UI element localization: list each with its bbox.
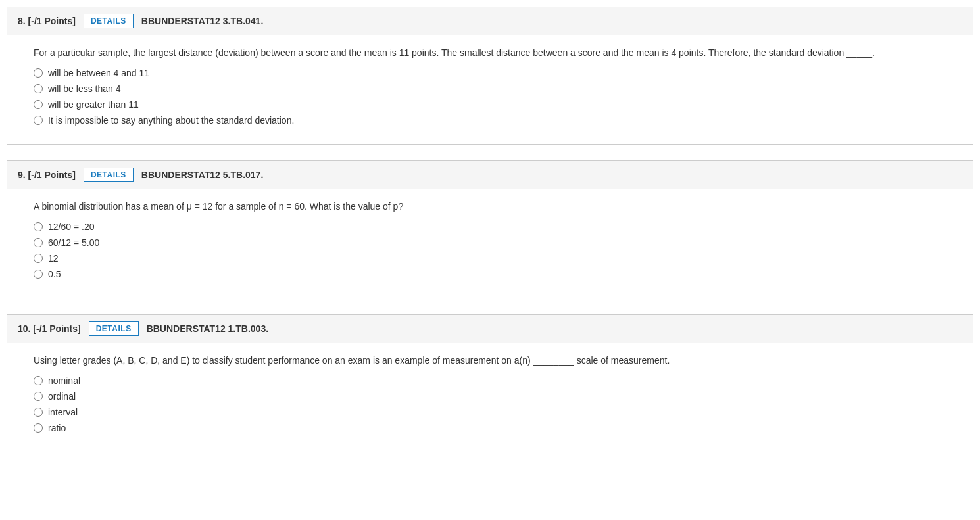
question-body-8: For a particular sample, the largest dis…	[7, 35, 973, 144]
question-block-9: 9. [-/1 Points]DETAILSBBUNDERSTAT12 5.TB…	[7, 160, 973, 298]
radio-9-2[interactable]	[34, 254, 43, 263]
question-block-10: 10. [-/1 Points]DETAILSBBUNDERSTAT12 1.T…	[7, 314, 973, 452]
radio-10-3[interactable]	[34, 423, 43, 433]
question-code-8: BBUNDERSTAT12 3.TB.041.	[141, 16, 263, 26]
question-header-10: 10. [-/1 Points]DETAILSBBUNDERSTAT12 1.T…	[7, 315, 973, 343]
radio-9-3[interactable]	[34, 270, 43, 279]
question-header-8: 8. [-/1 Points]DETAILSBBUNDERSTAT12 3.TB…	[7, 7, 973, 35]
questions-container: 8. [-/1 Points]DETAILSBBUNDERSTAT12 3.TB…	[7, 7, 973, 452]
option-label-8-1: will be less than 4	[48, 83, 121, 94]
option-label-9-2: 12	[48, 253, 59, 264]
option-item-9-2[interactable]: 12	[34, 253, 957, 264]
option-item-8-1[interactable]: will be less than 4	[34, 83, 957, 94]
radio-10-2[interactable]	[34, 408, 43, 417]
option-label-8-2: will be greater than 11	[48, 99, 139, 110]
question-header-9: 9. [-/1 Points]DETAILSBBUNDERSTAT12 5.TB…	[7, 161, 973, 189]
option-item-10-1[interactable]: ordinal	[34, 391, 957, 402]
page-wrapper: 8. [-/1 Points]DETAILSBBUNDERSTAT12 3.TB…	[0, 0, 980, 475]
question-code-9: BBUNDERSTAT12 5.TB.017.	[141, 170, 263, 180]
question-text-8: For a particular sample, the largest dis…	[34, 46, 957, 60]
radio-10-1[interactable]	[34, 392, 43, 401]
option-label-10-3: ratio	[48, 423, 66, 433]
option-label-10-0: nominal	[48, 375, 80, 386]
radio-8-1[interactable]	[34, 84, 43, 93]
radio-8-0[interactable]	[34, 68, 43, 78]
question-number-10: 10. [-/1 Points]	[18, 323, 81, 334]
option-item-10-0[interactable]: nominal	[34, 375, 957, 386]
details-button-9[interactable]: DETAILS	[84, 168, 134, 182]
option-item-8-3[interactable]: It is impossible to say anything about t…	[34, 115, 957, 126]
options-list-10: nominalordinalintervalratio	[34, 375, 957, 433]
question-number-8: 8. [-/1 Points]	[18, 16, 76, 26]
question-block-8: 8. [-/1 Points]DETAILSBBUNDERSTAT12 3.TB…	[7, 7, 973, 145]
radio-9-0[interactable]	[34, 222, 43, 231]
question-body-10: Using letter grades (A, B, C, D, and E) …	[7, 343, 973, 452]
option-label-9-1: 60/12 = 5.00	[48, 237, 99, 248]
option-item-10-2[interactable]: interval	[34, 407, 957, 417]
question-body-9: A binomial distribution has a mean of μ …	[7, 189, 973, 298]
option-label-9-3: 0.5	[48, 269, 61, 279]
radio-9-1[interactable]	[34, 238, 43, 247]
details-button-10[interactable]: DETAILS	[89, 321, 139, 336]
radio-8-2[interactable]	[34, 100, 43, 109]
option-item-8-2[interactable]: will be greater than 11	[34, 99, 957, 110]
options-list-9: 12/60 = .2060/12 = 5.00120.5	[34, 222, 957, 279]
question-text-10: Using letter grades (A, B, C, D, and E) …	[34, 354, 957, 367]
option-item-9-1[interactable]: 60/12 = 5.00	[34, 237, 957, 248]
option-item-9-0[interactable]: 12/60 = .20	[34, 222, 957, 232]
option-label-10-2: interval	[48, 407, 78, 417]
question-code-10: BBUNDERSTAT12 1.TB.003.	[147, 323, 268, 334]
question-text-9: A binomial distribution has a mean of μ …	[34, 200, 957, 214]
option-item-10-3[interactable]: ratio	[34, 423, 957, 433]
option-label-8-3: It is impossible to say anything about t…	[48, 115, 294, 126]
radio-8-3[interactable]	[34, 116, 43, 125]
question-number-9: 9. [-/1 Points]	[18, 170, 76, 180]
details-button-8[interactable]: DETAILS	[84, 14, 134, 28]
option-item-8-0[interactable]: will be between 4 and 11	[34, 68, 957, 78]
option-label-8-0: will be between 4 and 11	[48, 68, 149, 78]
options-list-8: will be between 4 and 11will be less tha…	[34, 68, 957, 126]
option-label-9-0: 12/60 = .20	[48, 222, 94, 232]
option-item-9-3[interactable]: 0.5	[34, 269, 957, 279]
radio-10-0[interactable]	[34, 376, 43, 385]
option-label-10-1: ordinal	[48, 391, 76, 402]
